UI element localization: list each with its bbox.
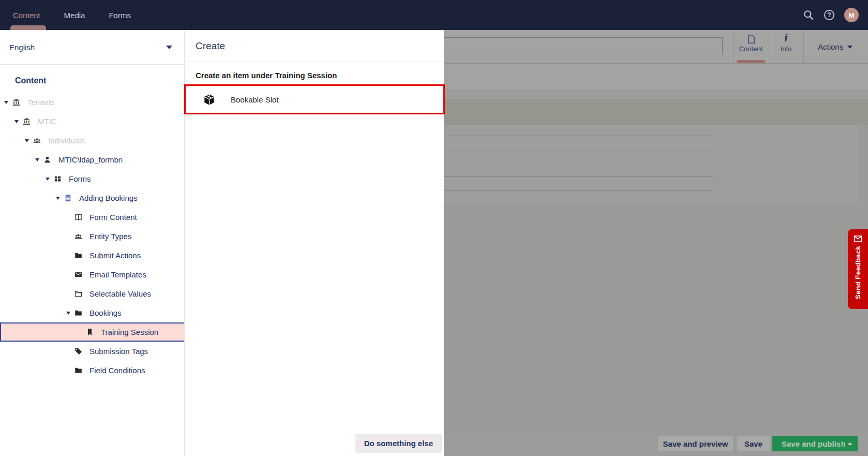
tree-item-email-templates[interactable]: Email Templates	[0, 265, 184, 284]
tree-item-tenants[interactable]: Tenants	[0, 93, 184, 112]
tab-content[interactable]: Content	[733, 30, 769, 64]
chevron-down-icon	[847, 46, 852, 49]
tree-item-submit-actions[interactable]: Submit Actions	[0, 246, 184, 265]
folder-open-icon	[74, 290, 85, 298]
users-icon	[74, 232, 85, 241]
tree-item-label: Training Session	[101, 328, 158, 336]
tree-item-label: Selectable Values	[89, 289, 151, 298]
tree-item-individuals[interactable]: Individuals	[0, 131, 184, 150]
package-icon	[203, 94, 215, 106]
tree-item-label: Individuals	[48, 136, 85, 145]
tree-item-forms[interactable]: Forms	[0, 169, 184, 188]
topbar-tab-forms[interactable]: Forms	[109, 0, 131, 30]
tree-caret-icon[interactable]	[46, 178, 54, 181]
tab-label: Content	[739, 45, 763, 53]
envelope-icon	[854, 234, 862, 243]
bookmark-icon	[86, 328, 96, 336]
form-field-input[interactable]	[424, 136, 713, 151]
content-name-input[interactable]	[424, 37, 723, 54]
tree-item-field-conditions[interactable]: Field Conditions	[0, 361, 184, 380]
folder-icon	[74, 309, 85, 317]
tree-item-label: Adding Bookings	[79, 194, 138, 202]
topbar-right: ? M	[803, 0, 868, 30]
do-something-else-button[interactable]: Do something else	[355, 434, 442, 453]
tab-label: Info	[781, 45, 792, 53]
topbar-tab-label: Forms	[109, 11, 131, 20]
tree-caret-icon[interactable]	[35, 158, 43, 161]
tree-item-entity-types[interactable]: Entity Types	[0, 227, 184, 246]
tab-info[interactable]: i Info	[769, 30, 803, 64]
user-icon	[43, 156, 54, 164]
tree-item-label: Form Content	[89, 213, 137, 222]
grid-icon	[54, 175, 64, 183]
tree-item-label: Field Conditions	[89, 366, 145, 375]
topbar-tab-label: Content	[13, 11, 40, 20]
button-label: Save	[744, 439, 762, 448]
tree-item-selectable-values[interactable]: Selectable Values	[0, 284, 184, 303]
document-icon	[746, 34, 756, 45]
tree-caret-icon[interactable]	[66, 312, 74, 315]
save-button[interactable]: Save	[737, 436, 770, 451]
tree-item-training-session[interactable]: Training Session	[0, 322, 184, 342]
save-and-publish-button[interactable]: Save and publish	[772, 436, 858, 451]
svg-text:?: ?	[827, 11, 831, 19]
page: Content i Info Actions ContentMediaForms	[0, 0, 868, 456]
tag-icon	[74, 347, 85, 356]
tree-item-label: MTIC\ldap_formbn	[58, 155, 123, 164]
actions-dropdown[interactable]: Actions	[818, 30, 852, 64]
search-icon[interactable]	[803, 9, 814, 21]
chevron-up-icon	[847, 442, 852, 445]
topbar-tab-label: Media	[64, 11, 85, 20]
chevron-down-icon	[166, 46, 172, 49]
active-tab-indicator	[737, 60, 765, 63]
tree-item-label: Bookings	[89, 308, 122, 317]
annotation-highlight-box	[184, 84, 445, 114]
bank-icon	[12, 98, 23, 107]
dialog-item-label: Bookable Slot	[231, 95, 279, 104]
tree-caret-icon[interactable]	[25, 139, 33, 142]
save-and-preview-button[interactable]: Save and preview	[658, 436, 733, 451]
sidebar-section-title: Content	[0, 65, 184, 85]
content-tree: TenantsMTICIndividualsMTIC\ldap_formbnFo…	[0, 93, 184, 380]
topbar-tab-media[interactable]: Media	[64, 0, 85, 30]
doc-lines-icon	[64, 194, 74, 202]
tree-item-mtic[interactable]: MTIC	[0, 112, 184, 131]
tree-caret-icon[interactable]	[56, 197, 64, 200]
tree-item-form-content[interactable]: Form Content	[0, 208, 184, 227]
create-dialog: Create Create an item under Training Ses…	[185, 30, 444, 456]
dialog-heading: Create an item under Training Session	[185, 62, 444, 80]
tree-item-label: Email Templates	[89, 270, 146, 279]
tree-item-submission-tags[interactable]: Submission Tags	[0, 342, 184, 361]
info-icon: i	[781, 34, 791, 45]
dialog-title: Create	[185, 30, 444, 62]
dialog-item-bookable-slot[interactable]: Bookable Slot	[185, 84, 444, 114]
divider	[803, 30, 804, 64]
button-label: Save and preview	[663, 439, 728, 448]
help-icon[interactable]: ?	[824, 9, 835, 21]
book-icon	[74, 213, 85, 222]
user-avatar[interactable]: M	[844, 8, 859, 22]
tree-item-label: Submit Actions	[89, 251, 141, 260]
tree-item-label: Entity Types	[89, 232, 131, 241]
send-feedback-tab[interactable]: Send Feedback	[848, 229, 868, 309]
top-navigation-bar: ContentMediaForms ? M	[0, 0, 868, 30]
tree-caret-icon[interactable]	[14, 120, 23, 123]
send-feedback-label: Send Feedback	[854, 246, 862, 299]
form-field-input[interactable]	[424, 176, 713, 191]
tree-item-adding-bookings[interactable]: Adding Bookings	[0, 188, 184, 208]
dialog-item-list: Bookable Slot	[185, 84, 444, 114]
publish-options-toggle[interactable]	[842, 436, 858, 451]
tree-item-mtic-ldap-formbn[interactable]: MTIC\ldap_formbn	[0, 150, 184, 169]
topbar-tab-content[interactable]: Content	[13, 0, 40, 30]
sidebar: English Content TenantsMTICIndividualsMT…	[0, 30, 185, 456]
actions-label: Actions	[818, 42, 843, 51]
language-selector[interactable]: English	[0, 30, 184, 65]
bank-icon	[23, 117, 33, 126]
section-tabs: ContentMediaForms	[0, 0, 155, 30]
tree-item-label: Submission Tags	[89, 347, 148, 356]
tree-caret-icon[interactable]	[4, 101, 12, 104]
folder-icon	[74, 366, 85, 375]
tree-item-bookings[interactable]: Bookings	[0, 303, 184, 322]
tree-item-label: Forms	[69, 174, 91, 183]
tree-item-label: Tenants	[27, 98, 55, 107]
